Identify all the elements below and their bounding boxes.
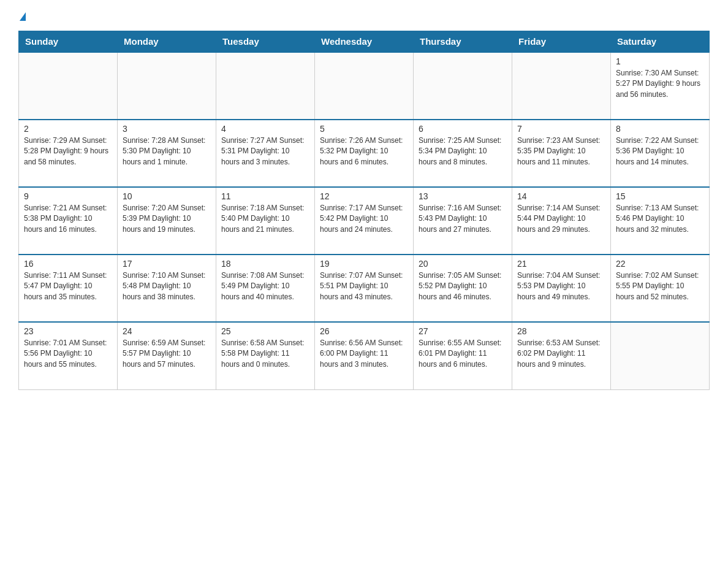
day-number: 23 [24, 326, 112, 336]
day-info: Sunrise: 7:05 AM Sunset: 5:52 PM Dayligh… [419, 270, 507, 302]
day-number: 26 [320, 326, 408, 336]
calendar-week-row: 1Sunrise: 7:30 AM Sunset: 5:27 PM Daylig… [19, 52, 710, 120]
day-number: 25 [221, 326, 309, 336]
day-info: Sunrise: 7:04 AM Sunset: 5:53 PM Dayligh… [517, 270, 605, 302]
day-number: 15 [616, 191, 704, 201]
calendar-cell: 27Sunrise: 6:55 AM Sunset: 6:01 PM Dayli… [414, 322, 512, 389]
day-info: Sunrise: 7:25 AM Sunset: 5:34 PM Dayligh… [419, 136, 507, 167]
day-number: 11 [221, 191, 309, 201]
calendar-cell: 14Sunrise: 7:14 AM Sunset: 5:44 PM Dayli… [512, 187, 611, 255]
day-number: 13 [419, 191, 507, 201]
day-info: Sunrise: 7:28 AM Sunset: 5:30 PM Dayligh… [123, 136, 211, 167]
day-info: Sunrise: 7:01 AM Sunset: 5:56 PM Dayligh… [24, 338, 112, 370]
calendar-cell [19, 52, 118, 120]
day-number: 1 [616, 56, 704, 66]
weekday-header-wednesday: Wednesday [315, 31, 414, 53]
day-info: Sunrise: 7:18 AM Sunset: 5:40 PM Dayligh… [221, 203, 309, 235]
day-number: 3 [123, 124, 211, 134]
day-info: Sunrise: 6:55 AM Sunset: 6:01 PM Dayligh… [419, 338, 507, 370]
calendar-cell: 3Sunrise: 7:28 AM Sunset: 5:30 PM Daylig… [118, 120, 216, 187]
calendar-cell: 24Sunrise: 6:59 AM Sunset: 5:57 PM Dayli… [118, 322, 216, 389]
day-number: 21 [517, 259, 605, 269]
day-info: Sunrise: 7:27 AM Sunset: 5:31 PM Dayligh… [221, 136, 309, 167]
day-number: 22 [616, 259, 704, 269]
calendar-cell: 22Sunrise: 7:02 AM Sunset: 5:55 PM Dayli… [611, 255, 710, 322]
day-info: Sunrise: 6:53 AM Sunset: 6:02 PM Dayligh… [517, 338, 605, 370]
calendar-cell: 26Sunrise: 6:56 AM Sunset: 6:00 PM Dayli… [315, 322, 414, 389]
calendar-cell: 12Sunrise: 7:17 AM Sunset: 5:42 PM Dayli… [315, 187, 414, 255]
calendar-cell: 17Sunrise: 7:10 AM Sunset: 5:48 PM Dayli… [118, 255, 216, 322]
calendar-cell [315, 52, 414, 120]
day-number: 6 [419, 124, 507, 134]
day-info: Sunrise: 6:59 AM Sunset: 5:57 PM Dayligh… [123, 338, 211, 370]
weekday-header-row: SundayMondayTuesdayWednesdayThursdayFrid… [19, 31, 710, 53]
calendar-cell: 18Sunrise: 7:08 AM Sunset: 5:49 PM Dayli… [216, 255, 315, 322]
weekday-header-tuesday: Tuesday [216, 31, 315, 53]
calendar-cell: 13Sunrise: 7:16 AM Sunset: 5:43 PM Dayli… [414, 187, 512, 255]
weekday-header-sunday: Sunday [19, 31, 118, 53]
day-info: Sunrise: 7:08 AM Sunset: 5:49 PM Dayligh… [221, 270, 309, 302]
calendar-cell [118, 52, 216, 120]
day-info: Sunrise: 7:10 AM Sunset: 5:48 PM Dayligh… [123, 270, 211, 302]
calendar-week-row: 9Sunrise: 7:21 AM Sunset: 5:38 PM Daylig… [19, 187, 710, 255]
calendar-cell: 7Sunrise: 7:23 AM Sunset: 5:35 PM Daylig… [512, 120, 611, 187]
day-info: Sunrise: 7:29 AM Sunset: 5:28 PM Dayligh… [24, 136, 112, 167]
day-number: 20 [419, 259, 507, 269]
calendar-cell: 15Sunrise: 7:13 AM Sunset: 5:46 PM Dayli… [611, 187, 710, 255]
day-number: 2 [24, 124, 112, 134]
day-info: Sunrise: 7:11 AM Sunset: 5:47 PM Dayligh… [24, 270, 112, 302]
calendar-table: SundayMondayTuesdayWednesdayThursdayFrid… [18, 31, 710, 390]
day-info: Sunrise: 7:14 AM Sunset: 5:44 PM Dayligh… [517, 203, 605, 235]
day-info: Sunrise: 7:02 AM Sunset: 5:55 PM Dayligh… [616, 270, 704, 302]
calendar-week-row: 2Sunrise: 7:29 AM Sunset: 5:28 PM Daylig… [19, 120, 710, 187]
day-info: Sunrise: 6:56 AM Sunset: 6:00 PM Dayligh… [320, 338, 408, 370]
calendar-cell: 21Sunrise: 7:04 AM Sunset: 5:53 PM Dayli… [512, 255, 611, 322]
calendar-cell [414, 52, 512, 120]
weekday-header-saturday: Saturday [611, 31, 710, 53]
page-header [18, 12, 710, 21]
calendar-cell: 9Sunrise: 7:21 AM Sunset: 5:38 PM Daylig… [19, 187, 118, 255]
day-number: 9 [24, 191, 112, 201]
calendar-cell: 23Sunrise: 7:01 AM Sunset: 5:56 PM Dayli… [19, 322, 118, 389]
calendar-cell: 28Sunrise: 6:53 AM Sunset: 6:02 PM Dayli… [512, 322, 611, 389]
calendar-cell: 1Sunrise: 7:30 AM Sunset: 5:27 PM Daylig… [611, 52, 710, 120]
day-number: 5 [320, 124, 408, 134]
calendar-cell: 10Sunrise: 7:20 AM Sunset: 5:39 PM Dayli… [118, 187, 216, 255]
calendar-cell: 4Sunrise: 7:27 AM Sunset: 5:31 PM Daylig… [216, 120, 315, 187]
day-number: 19 [320, 259, 408, 269]
day-number: 10 [123, 191, 211, 201]
logo [18, 12, 26, 21]
day-info: Sunrise: 7:21 AM Sunset: 5:38 PM Dayligh… [24, 203, 112, 235]
day-info: Sunrise: 6:58 AM Sunset: 5:58 PM Dayligh… [221, 338, 309, 370]
day-number: 18 [221, 259, 309, 269]
day-info: Sunrise: 7:20 AM Sunset: 5:39 PM Dayligh… [123, 203, 211, 235]
calendar-cell: 5Sunrise: 7:26 AM Sunset: 5:32 PM Daylig… [315, 120, 414, 187]
logo-triangle-icon [20, 12, 26, 21]
calendar-cell: 8Sunrise: 7:22 AM Sunset: 5:36 PM Daylig… [611, 120, 710, 187]
day-number: 16 [24, 259, 112, 269]
day-info: Sunrise: 7:22 AM Sunset: 5:36 PM Dayligh… [616, 136, 704, 167]
day-number: 12 [320, 191, 408, 201]
calendar-cell: 2Sunrise: 7:29 AM Sunset: 5:28 PM Daylig… [19, 120, 118, 187]
day-number: 27 [419, 326, 507, 336]
weekday-header-friday: Friday [512, 31, 611, 53]
day-number: 28 [517, 326, 605, 336]
calendar-cell [512, 52, 611, 120]
day-info: Sunrise: 7:23 AM Sunset: 5:35 PM Dayligh… [517, 136, 605, 167]
calendar-cell: 20Sunrise: 7:05 AM Sunset: 5:52 PM Dayli… [414, 255, 512, 322]
day-info: Sunrise: 7:26 AM Sunset: 5:32 PM Dayligh… [320, 136, 408, 167]
calendar-cell: 25Sunrise: 6:58 AM Sunset: 5:58 PM Dayli… [216, 322, 315, 389]
day-number: 7 [517, 124, 605, 134]
day-info: Sunrise: 7:13 AM Sunset: 5:46 PM Dayligh… [616, 203, 704, 235]
weekday-header-thursday: Thursday [414, 31, 512, 53]
calendar-cell: 19Sunrise: 7:07 AM Sunset: 5:51 PM Dayli… [315, 255, 414, 322]
day-info: Sunrise: 7:07 AM Sunset: 5:51 PM Dayligh… [320, 270, 408, 302]
day-info: Sunrise: 7:17 AM Sunset: 5:42 PM Dayligh… [320, 203, 408, 235]
day-info: Sunrise: 7:16 AM Sunset: 5:43 PM Dayligh… [419, 203, 507, 235]
calendar-cell: 11Sunrise: 7:18 AM Sunset: 5:40 PM Dayli… [216, 187, 315, 255]
calendar-cell [611, 322, 710, 389]
calendar-week-row: 23Sunrise: 7:01 AM Sunset: 5:56 PM Dayli… [19, 322, 710, 389]
calendar-cell [216, 52, 315, 120]
day-number: 14 [517, 191, 605, 201]
day-number: 8 [616, 124, 704, 134]
